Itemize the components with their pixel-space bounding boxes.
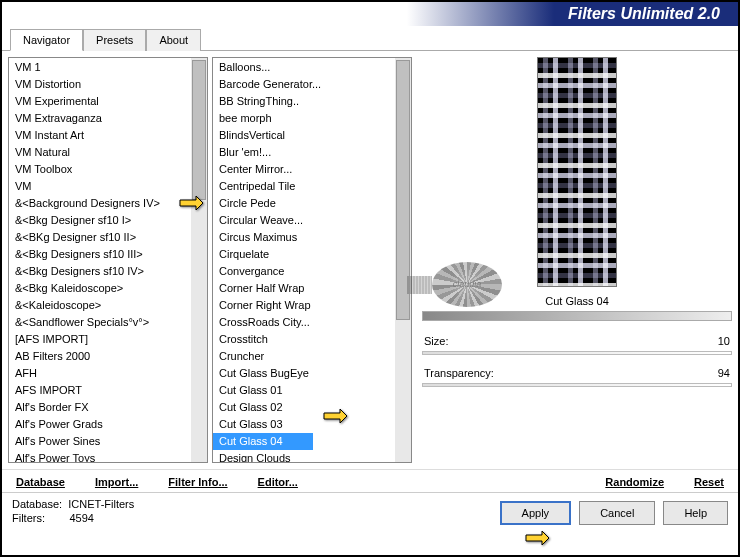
list-item[interactable]: Circular Weave...: [213, 212, 395, 229]
list-item[interactable]: Cruncher: [213, 348, 395, 365]
category-list[interactable]: VM 1VM DistortionVM ExperimentalVM Extra…: [9, 58, 191, 462]
list-item[interactable]: &<Sandflower Specials°v°>: [9, 314, 191, 331]
tab-presets[interactable]: Presets: [83, 29, 146, 51]
list-item[interactable]: VM: [9, 178, 191, 195]
list-item[interactable]: Design Clouds: [213, 450, 395, 462]
param-size-label: Size:: [424, 335, 448, 347]
size-slider[interactable]: [422, 351, 732, 355]
param-size-value: 10: [718, 335, 730, 347]
list-item[interactable]: VM Natural: [9, 144, 191, 161]
list-item[interactable]: Alf's Power Toys: [9, 450, 191, 462]
list-item[interactable]: Corner Half Wrap: [213, 280, 395, 297]
list-item[interactable]: Balloons...: [213, 59, 395, 76]
transparency-slider[interactable]: [422, 383, 732, 387]
list-item[interactable]: VM Instant Art: [9, 127, 191, 144]
link-bar: Database Import... Filter Info... Editor…: [2, 469, 738, 492]
list-item[interactable]: AFS IMPORT: [9, 382, 191, 399]
list-item[interactable]: Alf's Power Grads: [9, 416, 191, 433]
list-item[interactable]: Circus Maximus: [213, 229, 395, 246]
list-item[interactable]: Cirquelate: [213, 246, 395, 263]
category-scrollbar[interactable]: [191, 58, 207, 462]
list-item[interactable]: VM 1: [9, 59, 191, 76]
param-size: Size: 10: [422, 333, 732, 349]
filter-scrollbar[interactable]: [395, 58, 411, 462]
list-item[interactable]: Circle Pede: [213, 195, 395, 212]
list-item[interactable]: Convergance: [213, 263, 395, 280]
status-bar: Database: ICNET-Filters Filters: 4594 Ap…: [2, 492, 738, 529]
param-trans-value: 94: [718, 367, 730, 379]
preview-title-bar: [422, 311, 732, 321]
link-database[interactable]: Database: [16, 476, 65, 488]
pointer-icon: [524, 527, 550, 549]
link-import[interactable]: Import...: [95, 476, 138, 488]
watermark-logo: claudia: [432, 262, 502, 307]
filter-list-panel: Balloons...Barcode Generator...BB String…: [212, 57, 412, 463]
list-item[interactable]: Cut Glass 04: [213, 433, 313, 450]
list-item[interactable]: VM Distortion: [9, 76, 191, 93]
list-item[interactable]: bee morph: [213, 110, 395, 127]
list-item[interactable]: &<Bkg Designer sf10 I>: [9, 212, 191, 229]
list-item[interactable]: Barcode Generator...: [213, 76, 395, 93]
link-filterinfo[interactable]: Filter Info...: [168, 476, 227, 488]
list-item[interactable]: Crosstitch: [213, 331, 395, 348]
list-item[interactable]: [AFS IMPORT]: [9, 331, 191, 348]
link-editor[interactable]: Editor...: [258, 476, 298, 488]
list-item[interactable]: Cut Glass 01: [213, 382, 395, 399]
link-reset[interactable]: Reset: [694, 476, 724, 488]
tab-strip: Navigator Presets About: [2, 28, 738, 51]
preview-pane: Cut Glass 04 Size: 10 Transparency: 94: [416, 57, 732, 463]
list-item[interactable]: &<Kaleidoscope>: [9, 297, 191, 314]
list-item[interactable]: Cut Glass 03: [213, 416, 395, 433]
status-filters-value: 4594: [69, 512, 93, 524]
list-item[interactable]: VM Experimental: [9, 93, 191, 110]
list-item[interactable]: CrossRoads City...: [213, 314, 395, 331]
list-item[interactable]: &<Bkg Designers sf10 III>: [9, 246, 191, 263]
content-area: VM 1VM DistortionVM ExperimentalVM Extra…: [2, 51, 738, 469]
link-randomize[interactable]: Randomize: [605, 476, 664, 488]
list-item[interactable]: Center Mirror...: [213, 161, 395, 178]
filter-list[interactable]: Balloons...Barcode Generator...BB String…: [213, 58, 395, 462]
tab-navigator[interactable]: Navigator: [10, 29, 83, 51]
list-item[interactable]: VM Extravaganza: [9, 110, 191, 127]
list-item[interactable]: Cut Glass BugEye: [213, 365, 395, 382]
main-window: Filters Unlimited 2.0 Navigator Presets …: [0, 0, 740, 557]
list-item[interactable]: Alf's Power Sines: [9, 433, 191, 450]
status-db-label: Database:: [12, 498, 62, 510]
scroll-thumb[interactable]: [192, 60, 206, 200]
status-info: Database: ICNET-Filters Filters: 4594: [12, 497, 134, 525]
title-bar: Filters Unlimited 2.0: [2, 2, 738, 26]
list-item[interactable]: AFH: [9, 365, 191, 382]
list-item[interactable]: Centripedal Tile: [213, 178, 395, 195]
list-item[interactable]: BB StringThing..: [213, 93, 395, 110]
status-db-value: ICNET-Filters: [68, 498, 134, 510]
help-button[interactable]: Help: [663, 501, 728, 525]
list-item[interactable]: &<Bkg Kaleidoscope>: [9, 280, 191, 297]
app-title: Filters Unlimited 2.0: [568, 5, 720, 23]
list-item[interactable]: &<Bkg Designers sf10 IV>: [9, 263, 191, 280]
list-item[interactable]: &<BKg Designer sf10 II>: [9, 229, 191, 246]
param-trans-label: Transparency:: [424, 367, 494, 379]
preview-image: [537, 57, 617, 287]
button-row: Apply Cancel Help: [500, 501, 728, 525]
cancel-button[interactable]: Cancel: [579, 501, 655, 525]
list-item[interactable]: VM Toolbox: [9, 161, 191, 178]
apply-button[interactable]: Apply: [500, 501, 572, 525]
list-item[interactable]: AB Filters 2000: [9, 348, 191, 365]
list-item[interactable]: &<Background Designers IV>: [9, 195, 191, 212]
category-list-panel: VM 1VM DistortionVM ExperimentalVM Extra…: [8, 57, 208, 463]
list-item[interactable]: Blur 'em!...: [213, 144, 395, 161]
list-item[interactable]: Alf's Border FX: [9, 399, 191, 416]
list-item[interactable]: Corner Right Wrap: [213, 297, 395, 314]
param-transparency: Transparency: 94: [422, 365, 732, 381]
status-filters-label: Filters:: [12, 512, 45, 524]
list-item[interactable]: Cut Glass 02: [213, 399, 395, 416]
tab-about[interactable]: About: [146, 29, 201, 51]
list-item[interactable]: BlindsVertical: [213, 127, 395, 144]
